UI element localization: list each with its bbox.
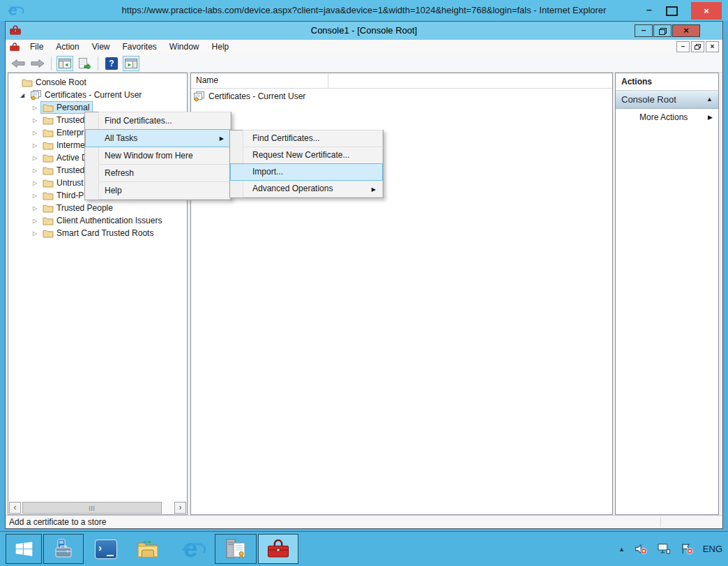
child-minimize-button[interactable]: – <box>676 41 690 52</box>
mmc-menubar: File Action View Favorites Window Help –… <box>6 40 722 55</box>
taskbar-powershell-button[interactable]: › <box>86 534 126 564</box>
taskbar-file-explorer-button[interactable] <box>128 534 167 564</box>
folder-icon <box>43 179 54 188</box>
network-status-icon[interactable] <box>657 543 671 555</box>
tray-show-hidden-icons-button[interactable]: ▲ <box>619 546 625 553</box>
tree-item-trusted-people[interactable]: ▷ Trusted People <box>8 202 187 214</box>
menu-item-label: All Tasks <box>105 133 137 143</box>
status-bar: Add a certificate to a store <box>6 515 722 528</box>
menu-item-new-window-from-here[interactable]: New Window from Here <box>98 147 231 165</box>
tree-item-label: Enterpri <box>56 128 86 137</box>
actions-section-console-root[interactable]: Console Root ▲ <box>616 91 718 109</box>
child-restore-button[interactable] <box>691 41 704 52</box>
internet-explorer-icon: e <box>6 2 23 19</box>
submenu-item-advanced-operations[interactable]: Advanced Operations▶ <box>243 180 383 198</box>
tree-item-label: Console Root <box>36 77 86 87</box>
menu-favorites[interactable]: Favorites <box>116 40 163 54</box>
expander-collapsed-icon[interactable]: ▷ <box>29 193 40 199</box>
expander-collapsed-icon[interactable]: ▷ <box>29 117 40 124</box>
export-list-button[interactable] <box>76 56 93 71</box>
tree-item-client-authentication-issuers[interactable]: ▷ Client Authentication Issuers <box>8 214 187 227</box>
scroll-left-button[interactable]: ‹ <box>9 502 21 514</box>
menu-window[interactable]: Window <box>163 40 206 54</box>
status-text: Add a certificate to a store <box>9 517 106 527</box>
tree-item-label: Third-P <box>56 191 84 200</box>
action-center-flag-icon[interactable] <box>680 543 694 555</box>
tree-item-label: Trusted <box>56 115 84 125</box>
submenu-arrow-icon: ▶ <box>372 181 376 198</box>
file-explorer-icon <box>137 540 159 558</box>
list-item-label: Certificates - Current User <box>208 91 305 101</box>
expander-collapsed-icon[interactable]: ▷ <box>29 142 40 149</box>
menu-help[interactable]: Help <box>206 40 236 54</box>
menu-item-find-certificates[interactable]: Find Certificates... <box>98 112 231 130</box>
menu-view[interactable]: View <box>86 40 116 54</box>
browser-maximize-button[interactable] <box>666 6 678 16</box>
folder-icon <box>43 116 54 125</box>
submenu-arrow-icon: ▶ <box>708 109 713 126</box>
mmc-minimize-button[interactable]: – <box>635 24 653 37</box>
show-console-tree-button[interactable] <box>56 56 73 71</box>
expander-collapsed-icon[interactable]: ▷ <box>29 167 40 174</box>
export-list-icon <box>78 58 91 69</box>
start-button[interactable] <box>6 534 42 564</box>
forward-button[interactable] <box>29 56 46 71</box>
folder-icon <box>43 216 54 225</box>
expander-collapsed-icon[interactable]: ▷ <box>29 155 40 161</box>
taskbar-server-manager-button[interactable] <box>43 534 84 564</box>
forward-arrow-icon <box>31 59 45 68</box>
screen: e https://www.practice-labs.com/device.a… <box>0 0 728 566</box>
mmc-close-button[interactable]: × <box>672 24 700 37</box>
windows-logo-icon <box>15 539 33 558</box>
menu-item-help[interactable]: Help <box>98 181 231 200</box>
column-header-name[interactable]: Name <box>191 73 328 88</box>
taskbar-internet-explorer-button[interactable]: e <box>172 534 212 564</box>
tree-horizontal-scrollbar[interactable]: ‹ ||| › <box>9 502 186 514</box>
browser-minimize-button[interactable]: – <box>643 4 655 17</box>
submenu-item-find-certificates[interactable]: Find Certificates... <box>243 130 383 147</box>
taskbar-mmc-console-button[interactable] <box>258 534 298 564</box>
menu-file[interactable]: File <box>24 40 50 54</box>
back-button[interactable] <box>10 56 26 71</box>
certificates-icon <box>30 90 42 100</box>
collapse-up-icon[interactable]: ▲ <box>706 91 713 108</box>
menu-item-refresh[interactable]: Refresh <box>98 164 231 182</box>
expander-collapsed-icon[interactable]: ▷ <box>29 230 40 237</box>
tree-item-label: Untrust <box>56 178 84 188</box>
taskbar-certification-authority-button[interactable] <box>215 534 257 564</box>
browser-close-button[interactable]: × <box>691 2 722 20</box>
folder-icon <box>43 103 54 112</box>
folder-icon <box>43 141 54 150</box>
mmc-toolbar: ? <box>6 54 722 73</box>
submenu-item-import[interactable]: Import... <box>230 163 383 181</box>
restore-icon <box>659 28 667 35</box>
menu-item-label: Help <box>105 186 122 195</box>
scroll-right-button[interactable]: › <box>174 502 186 514</box>
tree-item-smart-card-trusted-roots[interactable]: ▷ Smart Card Trusted Roots <box>8 227 187 239</box>
show-action-pane-button[interactable] <box>123 56 139 71</box>
submenu-item-request-new-certificate[interactable]: Request New Certificate... <box>243 147 383 164</box>
list-header-row: Name <box>191 73 612 89</box>
more-actions-item[interactable]: More Actions ▶ <box>616 109 718 126</box>
help-button[interactable]: ? <box>103 56 120 71</box>
tree-item-console-root[interactable]: Console Root <box>8 76 187 89</box>
help-icon: ? <box>105 57 118 70</box>
mmc-restore-button[interactable] <box>653 24 672 37</box>
list-item-certificates-current-user[interactable]: Certificates - Current User <box>193 90 305 103</box>
toolbar-separator <box>51 57 52 70</box>
expander-collapsed-icon[interactable]: ▷ <box>29 218 40 224</box>
expander-collapsed-icon[interactable]: ▷ <box>29 180 40 186</box>
expander-collapsed-icon[interactable]: ▷ <box>29 130 40 136</box>
expander-collapsed-icon[interactable]: ▷ <box>29 205 40 211</box>
expander-expanded-icon[interactable]: ◢ <box>17 92 28 98</box>
volume-muted-icon[interactable] <box>634 543 648 555</box>
language-indicator[interactable]: ENG <box>703 544 722 554</box>
child-close-button[interactable]: × <box>706 41 719 52</box>
menu-action[interactable]: Action <box>50 40 85 54</box>
scrollbar-thumb[interactable]: ||| <box>22 502 162 514</box>
menu-item-all-tasks[interactable]: All Tasks▶ <box>85 129 231 147</box>
menu-item-label: New Window from Here <box>105 151 193 161</box>
menu-item-label: Find Certificates... <box>105 116 172 126</box>
expander-collapsed-icon[interactable]: ▷ <box>29 105 40 111</box>
tree-item-certificates-current-user[interactable]: ◢ Certificates - Current User <box>8 89 187 101</box>
